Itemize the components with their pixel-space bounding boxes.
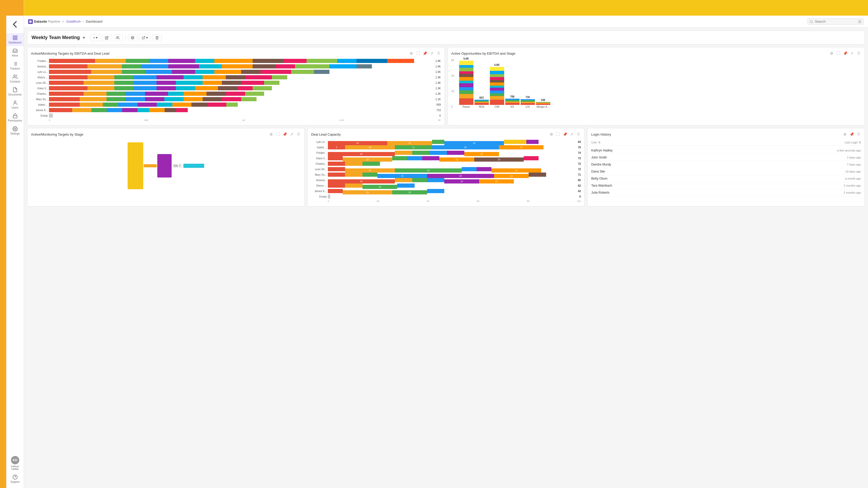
chart4-pin-icon[interactable]: 📌 xyxy=(562,132,567,137)
vbar-cim: 4.8K CIM xyxy=(490,64,504,108)
svg-rect-0 xyxy=(13,36,14,37)
chart4-grid-icon[interactable]: ⠿ xyxy=(576,132,581,137)
add-button[interactable]: + ▾ xyxy=(90,34,100,41)
title-dropdown[interactable]: ▾ xyxy=(83,35,85,40)
export-button[interactable]: ▾ xyxy=(139,34,151,41)
login-settings-icon[interactable]: ⚙ xyxy=(843,132,847,137)
chart1-grid-icon[interactable]: ⠿ xyxy=(436,51,441,56)
chart3-grid-icon[interactable]: ⠿ xyxy=(296,132,301,137)
login-col-user: User ⇅ xyxy=(591,141,600,144)
sidebar-label-documents: Documents xyxy=(8,93,22,96)
logo-datasite: Datasite xyxy=(34,20,47,24)
share-button[interactable] xyxy=(113,34,122,41)
sidebar-top-accent xyxy=(6,0,24,15)
sidebar-item-user[interactable]: KH Kathryn Hadley xyxy=(6,454,24,473)
chart4-axis: 0 20 40 60 80 100 xyxy=(311,200,581,202)
vbar-loi: 730 LOI xyxy=(521,96,535,108)
chart1-body: Frederi... 1.9K Jessica... 1.6K xyxy=(31,59,441,122)
chart3-header: Active/Monitoring Targets by Stage ⚙ ⛶ 📌… xyxy=(31,132,301,137)
edit-button[interactable] xyxy=(102,34,112,41)
sidebar-label-trackers: Trackers xyxy=(10,67,20,70)
charts-grid-top: Active/Monitoring Targets by EBITDA and … xyxy=(27,47,865,125)
search-input[interactable] xyxy=(815,20,857,24)
login-row-3: Dana Site 19 days ago xyxy=(591,168,861,175)
back-button[interactable] xyxy=(6,15,24,33)
stage-ioi: IOI: 7 xyxy=(172,164,204,168)
breadcrumb-dashboard: Dashboard xyxy=(86,20,103,24)
chart2-export-icon[interactable]: ↗ xyxy=(849,51,854,56)
app-header: Datasite Pipeline > Goldfinch › Dashboar… xyxy=(24,15,868,28)
chart3-export-icon[interactable]: ↗ xyxy=(289,132,294,137)
chart4-export-icon[interactable]: ↗ xyxy=(569,132,574,137)
chart4-row-6: Mary So... 152010 71 xyxy=(311,172,581,177)
stage-bar-yellow xyxy=(128,142,143,189)
chart2-pin-icon[interactable]: 📌 xyxy=(843,51,847,56)
sidebar-item-dashboard[interactable]: Dashboard xyxy=(6,33,24,46)
svg-marker-19 xyxy=(131,36,134,38)
chart3-expand-icon[interactable]: ⛶ xyxy=(276,132,280,137)
sidebar-item-permissions[interactable]: Permissions xyxy=(6,111,24,124)
login-grid-icon[interactable]: ⠿ xyxy=(856,132,861,137)
sidebar-item-trackers[interactable]: Trackers xyxy=(6,59,24,72)
breadcrumb-sep2: › xyxy=(83,20,84,24)
sidebar-item-contacts[interactable]: Contacts xyxy=(6,72,24,85)
svg-rect-1 xyxy=(16,36,17,37)
breadcrumb-goldfinch[interactable]: Goldfinch xyxy=(66,20,81,24)
sidebar-user-name: Kathryn Hadley xyxy=(7,465,23,470)
chart2-settings-icon[interactable]: ⚙ xyxy=(829,51,834,56)
sidebar-label-inbox: Inbox xyxy=(12,54,18,57)
sidebar-label-contacts: Contacts xyxy=(10,80,20,83)
chart-ebitda-deal-lead: Active/Monitoring Targets by EBITDA and … xyxy=(27,47,445,125)
chart3-settings-icon[interactable]: ⚙ xyxy=(269,132,274,137)
bar-row-1: Jessica... 1.6K xyxy=(31,64,441,68)
bar-row-3: Sherry ... 1.3K xyxy=(31,75,441,79)
chart-opportunities-stage: Active Opportunities by EBITDA and Stage… xyxy=(447,47,865,125)
left-accent xyxy=(0,0,6,488)
export-icon xyxy=(142,36,145,39)
chart1-pin-icon[interactable]: 📌 xyxy=(423,51,427,56)
svg-point-10 xyxy=(13,75,16,77)
chart4-title: Deal Lead Capacity xyxy=(311,132,341,136)
bar-row-9: James K... 710 xyxy=(31,108,441,112)
chart1-export-icon[interactable]: ↗ xyxy=(429,51,434,56)
login-row-5: Tara Wambach 2 months ago xyxy=(591,182,861,189)
chart3-body: IOI: 7 xyxy=(31,140,301,192)
layers-icon xyxy=(131,36,134,39)
bar-row-4: Leon Sh... 1.3K xyxy=(31,81,441,85)
svg-point-16 xyxy=(810,20,812,22)
sidebar-bottom: KH Kathryn Hadley Support xyxy=(6,454,24,488)
chart-targets-stage: Active/Monitoring Targets by Stage ⚙ ⛶ 📌… xyxy=(27,128,305,206)
chart4-header: Deal Lead Capacity ⚙ ⛶ 📌 ↗ ⠿ xyxy=(311,132,581,137)
search-icon xyxy=(810,20,813,24)
chart4-settings-icon[interactable]: ⚙ xyxy=(549,132,554,137)
chart1-header: Active/Monitoring Targets by EBITDA and … xyxy=(31,51,441,56)
sidebar-item-users[interactable]: Users xyxy=(6,98,24,111)
sidebar-item-support[interactable]: Support xyxy=(6,473,24,485)
login-title: Login History xyxy=(591,132,611,136)
sidebar-item-inbox[interactable]: Inbox xyxy=(6,46,24,59)
chart1-settings-icon[interactable]: ⚙ xyxy=(409,51,414,56)
sidebar-item-settings[interactable]: Settings xyxy=(6,124,24,137)
chart2-grid-icon[interactable]: ⠿ xyxy=(856,51,861,56)
chart4-expand-icon[interactable]: ⛶ xyxy=(556,132,560,137)
bar-row-6: Charles... 1.2K xyxy=(31,92,441,96)
vbar-merger: 348 Merger A... xyxy=(536,99,550,108)
delete-button[interactable] xyxy=(152,34,162,41)
sidebar-item-documents[interactable]: Documents xyxy=(6,85,24,98)
dashboard-title-bar: Weekly Team Meeting ▾ + ▾ xyxy=(27,31,865,44)
charts-grid-bottom: Active/Monitoring Targets by Stage ⚙ ⛶ 📌… xyxy=(27,128,865,206)
login-pin-icon[interactable]: 📌 xyxy=(849,132,854,137)
chart3-pin-icon[interactable]: 📌 xyxy=(283,132,287,137)
chart2-title: Active Opportunities by EBITDA and Stage xyxy=(451,52,516,56)
svg-point-11 xyxy=(14,101,16,103)
chart4-row-7: Jessica... 201010 65 xyxy=(311,178,581,182)
chart3-actions: ⚙ ⛶ 📌 ↗ ⠿ xyxy=(269,132,301,137)
toolbar-separator xyxy=(125,35,125,41)
login-header: Login History ⚙ 📌 ⠿ xyxy=(591,132,861,137)
chart1-expand-icon[interactable]: ⛶ xyxy=(416,51,421,56)
share-icon xyxy=(116,36,120,39)
layers-button[interactable] xyxy=(128,34,137,41)
bar-row-8: Isabel ... 939 xyxy=(31,102,441,107)
chart2-expand-icon[interactable]: ⛶ xyxy=(836,51,841,56)
bar-row-2: Lyle Lo... 1.5K xyxy=(31,70,441,74)
